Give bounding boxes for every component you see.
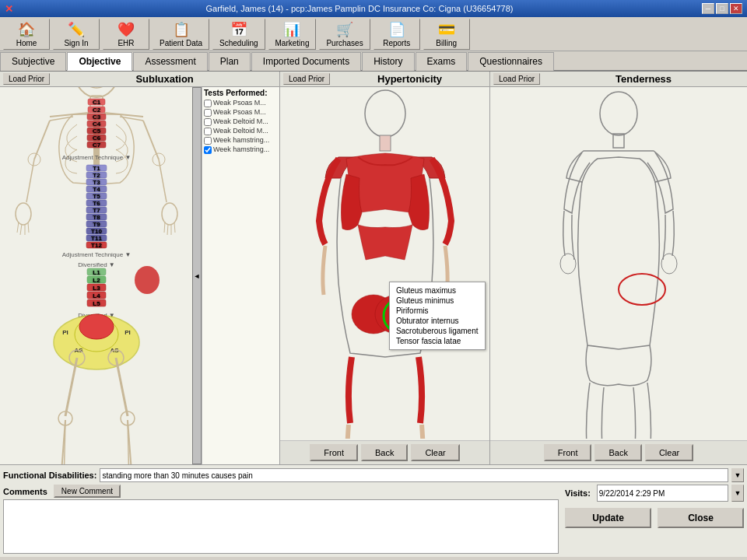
test-item-1: Weak Psoas M... (204, 108, 278, 117)
test-checkbox-4[interactable] (204, 137, 212, 145)
tenderness-back-button[interactable]: Back (594, 444, 641, 461)
test-checkbox-0[interactable] (204, 100, 212, 107)
hypertonicity-load-prior-button[interactable]: Load Prior (283, 73, 330, 85)
svg-line-82 (174, 222, 175, 233)
menu-reports-label: Reports (383, 39, 410, 47)
visits-section: Visits: ▼ Update Close (565, 485, 744, 554)
tenderness-front-button[interactable]: Front (544, 444, 592, 461)
visits-label: Visits: (565, 488, 591, 498)
menu-patient-data[interactable]: 📋 Patient Data (153, 19, 209, 50)
lumbar-vertebrae: Diversified ▼ L1 L2 L3 L4 L5 (78, 261, 114, 307)
tab-objective[interactable]: Objective (67, 52, 132, 71)
subluxation-body-area: C1 C2 C3 C4 C5 (0, 87, 192, 464)
svg-text:T10: T10 (91, 228, 102, 235)
reports-icon: 📄 (388, 21, 405, 38)
close-button[interactable]: Close (658, 508, 744, 528)
menu-marketing[interactable]: 📊 Marketing (268, 19, 317, 50)
fd-label: Functional Disabilities: (3, 471, 96, 480)
update-button[interactable]: Update (565, 508, 651, 528)
svg-text:L5: L5 (93, 300, 100, 307)
muscle-option-5[interactable]: Tensor fascia latae (396, 336, 479, 346)
visits-dropdown-button[interactable]: ▼ (731, 485, 744, 502)
tab-history[interactable]: History (362, 52, 414, 71)
svg-text:PI: PI (62, 329, 68, 336)
tab-imported-documents[interactable]: Imported Documents (251, 52, 361, 71)
menu-reports[interactable]: 📄 Reports (374, 19, 420, 50)
tab-assessment[interactable]: Assessment (133, 52, 207, 71)
svg-text:T5: T5 (93, 193, 100, 200)
svg-text:T4: T4 (93, 186, 100, 193)
svg-text:C2: C2 (92, 107, 100, 114)
test-checkbox-1[interactable] (204, 109, 212, 117)
menu-bar: 🏠 Home ✏️ Sign In ❤️ EHR 📋 Patient Data … (0, 17, 747, 51)
panel-hypertonicity: Load Prior Hypertonicity (280, 72, 490, 464)
tenderness-clear-button[interactable]: Clear (645, 444, 693, 461)
subluxation-load-prior-button[interactable]: Load Prior (3, 73, 50, 85)
menu-billing[interactable]: 💳 Billing (423, 19, 470, 50)
muscle-option-0[interactable]: Gluteus maximus (396, 285, 479, 296)
test-label-5: Week hamstring... (213, 145, 269, 154)
title-bar: ✕ Garfield, James (14) - pcp:James Pampl… (0, 0, 747, 17)
menu-sign-in[interactable]: ✏️ Sign In (53, 19, 100, 50)
muscle-option-4[interactable]: Sacrotuberous ligament (396, 326, 479, 336)
menu-scheduling-label: Scheduling (219, 39, 258, 47)
svg-text:L2: L2 (93, 277, 100, 284)
body-outline-area[interactable] (490, 87, 747, 440)
muscle-option-2[interactable]: Piriformis (396, 306, 479, 316)
svg-text:C6: C6 (92, 135, 100, 142)
hypertonicity-front-button[interactable]: Front (310, 444, 358, 461)
hypertonicity-clear-button[interactable]: Clear (411, 444, 459, 461)
svg-point-60 (79, 314, 114, 339)
comments-section: Comments New Comment (3, 485, 559, 554)
svg-text:T12: T12 (91, 242, 102, 249)
home-icon: 🏠 (18, 21, 35, 38)
billing-icon: 💳 (438, 21, 455, 38)
svg-point-101 (619, 274, 665, 305)
muscle-body-area[interactable]: Gluteus maximus Gluteus minimus Piriform… (280, 87, 489, 440)
hypertonicity-back-button[interactable]: Back (361, 444, 408, 461)
test-checkbox-3[interactable] (204, 128, 212, 135)
fd-dropdown-button[interactable]: ▼ (731, 468, 744, 482)
muscle-option-1[interactable]: Gluteus minimus (396, 296, 479, 306)
menu-ehr[interactable]: ❤️ EHR (103, 19, 149, 50)
svg-point-102 (560, 254, 576, 274)
new-comment-button[interactable]: New Comment (54, 485, 121, 498)
close-button[interactable]: ✕ (730, 3, 742, 14)
svg-text:T11: T11 (91, 235, 102, 242)
muscle-tooltip: Gluteus maximus Gluteus minimus Piriform… (389, 282, 486, 350)
maximize-button[interactable]: □ (716, 3, 728, 14)
minimize-button[interactable]: ─ (702, 3, 714, 14)
hypertonicity-buttons: Front Back Clear (280, 440, 489, 464)
subluxation-content: C1 C2 C3 C4 C5 (0, 87, 279, 464)
svg-text:C3: C3 (92, 114, 100, 121)
collapse-arrow[interactable]: ◄ (192, 87, 202, 464)
svg-text:C4: C4 (92, 121, 100, 128)
svg-text:T1: T1 (93, 165, 100, 172)
tenderness-title: Tenderness (543, 73, 744, 85)
test-checkbox-5[interactable] (204, 146, 212, 154)
menu-sign-in-label: Sign In (64, 39, 88, 47)
tab-questionnaires[interactable]: Questionnaires (468, 52, 554, 71)
marketing-icon: 📊 (283, 21, 300, 38)
menu-home[interactable]: 🏠 Home (3, 19, 50, 50)
tab-plan[interactable]: Plan (209, 52, 251, 71)
menu-purchases[interactable]: 🛒 Purchases (319, 19, 370, 50)
menu-ehr-label: EHR (117, 39, 134, 47)
comments-textarea[interactable] (3, 499, 559, 554)
tab-subjective[interactable]: Subjective (0, 52, 66, 71)
svg-text:T7: T7 (93, 207, 100, 214)
visits-actions: Update Close (565, 508, 744, 528)
tab-exams[interactable]: Exams (416, 52, 468, 71)
fd-input[interactable] (100, 468, 728, 482)
svg-line-71 (20, 224, 22, 235)
muscle-svg (296, 89, 475, 439)
test-checkbox-2[interactable] (204, 118, 212, 126)
comments-label: Comments (3, 487, 47, 496)
muscle-option-3[interactable]: Obturator internus (396, 316, 479, 326)
thoracic-vertebrae: T1 T2 T3 T4 T5 T6 T7 (86, 165, 107, 249)
test-item-5: Week hamstring... (204, 145, 278, 154)
tenderness-buttons: Front Back Clear (490, 440, 747, 464)
menu-scheduling[interactable]: 📅 Scheduling (212, 19, 265, 50)
visits-dropdown[interactable] (597, 485, 728, 502)
tenderness-load-prior-button[interactable]: Load Prior (493, 73, 540, 85)
